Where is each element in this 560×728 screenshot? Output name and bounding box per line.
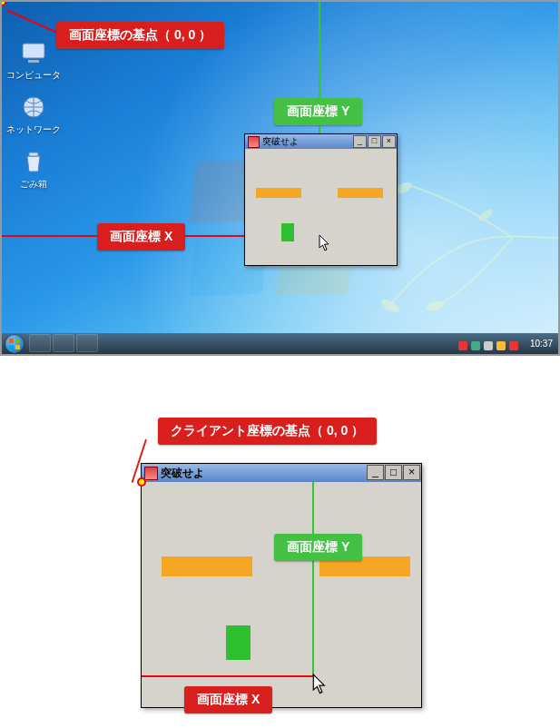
window-title: 突破せよ [262,135,299,148]
client-area [142,482,419,707]
systray [458,341,518,350]
tray-icon[interactable] [458,341,467,350]
svg-point-2 [425,299,447,312]
callout-client-origin: クライアント座標の基点（ 0, 0 ） [158,418,377,445]
window-buttons: _ □ × [353,135,396,148]
app-icon [248,136,260,148]
svg-rect-4 [23,44,44,58]
start-icon [8,338,21,350]
client-area [245,149,395,265]
close-button[interactable]: × [382,135,396,148]
brick [256,188,301,198]
minimize-button[interactable]: _ [367,465,384,480]
close-button[interactable]: × [403,465,420,480]
svg-rect-10 [9,345,14,349]
computer-icon [19,38,48,67]
brick [338,188,383,198]
svg-rect-5 [28,60,39,63]
player [281,223,294,241]
app-window-large: 突破せよ _ □ × [141,463,422,708]
network-icon [19,93,48,122]
desktop-icon-network[interactable]: ネットワーク [6,93,61,136]
taskbar-item[interactable] [53,334,74,352]
taskbar-item[interactable] [29,334,51,352]
tray-icon[interactable] [484,341,493,350]
taskbar-item[interactable] [76,334,98,352]
desktop-icon-label: コンピュータ [6,69,61,82]
svg-rect-11 [15,345,20,349]
tray-icon[interactable] [471,341,480,350]
cursor-icon [312,674,328,695]
svg-rect-7 [29,152,38,156]
tray-icon[interactable] [509,341,518,350]
minimize-button[interactable]: _ [353,135,367,148]
callout-screen-y: 画面座標 Y [274,98,362,125]
callout-screen-origin: 画面座標の基点（ 0, 0 ） [56,22,224,49]
desktop-icon-recycle[interactable]: ごみ箱 [6,147,61,191]
client-origin-dot-inner [139,479,144,485]
desktop-screenshot: コンピュータ ネットワーク ごみ箱 突破せよ _ □ × [0,0,560,356]
recycle-icon [19,147,48,176]
desktop-icon-label: ネットワーク [6,123,61,136]
tray-icon[interactable] [496,341,506,350]
app-icon [144,467,158,480]
window-buttons: _ □ × [367,465,420,480]
svg-point-1 [379,297,401,315]
maximize-button[interactable]: □ [368,135,381,148]
svg-point-3 [476,208,494,223]
desktop-icon-computer[interactable]: コンピュータ [6,38,61,82]
svg-rect-8 [9,339,14,343]
taskbar: 10:37 [2,333,558,354]
start-button[interactable] [5,335,24,353]
player [226,625,251,660]
app-window: 突破せよ _ □ × [244,133,398,266]
maximize-button[interactable]: □ [385,465,402,480]
client-x-line [142,675,313,677]
brick [162,556,252,576]
callout-client-x: 画面座標 X [184,686,272,713]
titlebar[interactable]: 突破せよ _ □ × [245,134,397,149]
client-y-line [312,482,314,677]
desktop-icon-label: ごみ箱 [6,178,61,191]
titlebar[interactable]: 突破せよ _ □ × [142,464,421,482]
callout-client-y: 画面座標 Y [274,534,362,561]
window-title: 突破せよ [161,466,204,481]
callout-screen-x: 画面座標 X [97,223,185,251]
svg-rect-9 [15,339,20,343]
taskbar-clock[interactable]: 10:37 [530,334,553,354]
